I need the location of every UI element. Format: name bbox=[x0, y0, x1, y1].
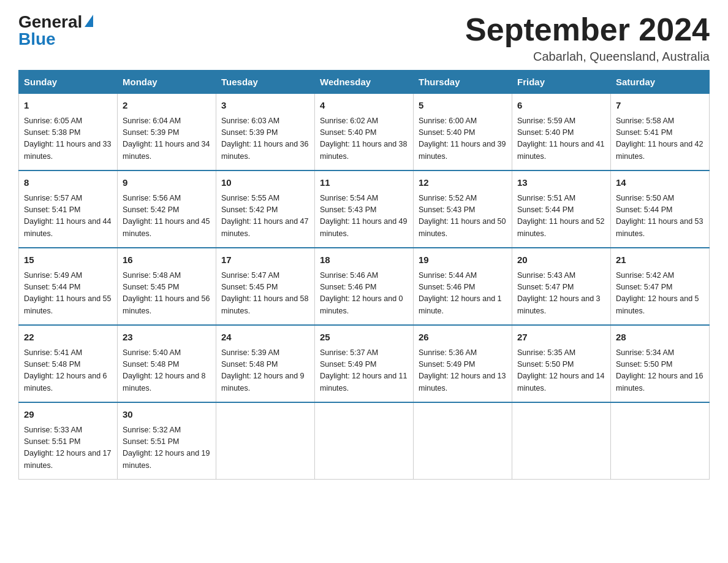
calendar-week-row: 29Sunrise: 5:33 AMSunset: 5:51 PMDayligh… bbox=[19, 402, 710, 480]
calendar-cell: 27Sunrise: 5:35 AMSunset: 5:50 PMDayligh… bbox=[512, 325, 611, 402]
calendar-cell: 17Sunrise: 5:47 AMSunset: 5:45 PMDayligh… bbox=[216, 248, 315, 325]
calendar-cell: 30Sunrise: 5:32 AMSunset: 5:51 PMDayligh… bbox=[118, 402, 216, 480]
day-info: Sunrise: 5:57 AMSunset: 5:41 PMDaylight:… bbox=[24, 193, 112, 240]
logo-blue-text: Blue bbox=[18, 29, 56, 49]
day-info: Sunrise: 5:52 AMSunset: 5:43 PMDaylight:… bbox=[419, 193, 507, 240]
weekday-header-tuesday: Tuesday bbox=[216, 71, 315, 94]
day-info: Sunrise: 5:47 AMSunset: 5:45 PMDaylight:… bbox=[221, 270, 309, 318]
day-number: 29 bbox=[24, 408, 112, 422]
calendar-cell: 26Sunrise: 5:36 AMSunset: 5:49 PMDayligh… bbox=[414, 325, 512, 402]
day-number: 25 bbox=[320, 331, 408, 345]
calendar-cell: 13Sunrise: 5:51 AMSunset: 5:44 PMDayligh… bbox=[512, 170, 611, 248]
calendar-cell bbox=[512, 402, 611, 480]
calendar-cell: 12Sunrise: 5:52 AMSunset: 5:43 PMDayligh… bbox=[414, 170, 512, 248]
day-number: 19 bbox=[419, 253, 507, 267]
day-number: 13 bbox=[517, 176, 605, 190]
day-number: 14 bbox=[616, 176, 704, 190]
day-number: 20 bbox=[517, 253, 605, 267]
day-info: Sunrise: 5:40 AMSunset: 5:48 PMDaylight:… bbox=[123, 347, 211, 395]
calendar-cell: 16Sunrise: 5:48 AMSunset: 5:45 PMDayligh… bbox=[118, 248, 216, 325]
day-number: 12 bbox=[419, 176, 507, 190]
calendar-cell: 20Sunrise: 5:43 AMSunset: 5:47 PMDayligh… bbox=[512, 248, 611, 325]
calendar-cell: 25Sunrise: 5:37 AMSunset: 5:49 PMDayligh… bbox=[315, 325, 414, 402]
calendar-cell: 3Sunrise: 6:03 AMSunset: 5:39 PMDaylight… bbox=[216, 94, 315, 171]
day-info: Sunrise: 5:43 AMSunset: 5:47 PMDaylight:… bbox=[517, 270, 605, 318]
logo: General Blue bbox=[18, 12, 93, 49]
day-number: 23 bbox=[123, 331, 211, 345]
day-info: Sunrise: 5:35 AMSunset: 5:50 PMDaylight:… bbox=[517, 347, 605, 395]
location-text: Cabarlah, Queensland, Australia bbox=[465, 50, 710, 64]
calendar-cell: 11Sunrise: 5:54 AMSunset: 5:43 PMDayligh… bbox=[315, 170, 414, 248]
weekday-header-sunday: Sunday bbox=[19, 71, 118, 94]
day-info: Sunrise: 5:54 AMSunset: 5:43 PMDaylight:… bbox=[320, 193, 408, 240]
calendar-cell: 7Sunrise: 5:58 AMSunset: 5:41 PMDaylight… bbox=[611, 94, 710, 171]
day-number: 28 bbox=[616, 331, 704, 345]
calendar-week-row: 8Sunrise: 5:57 AMSunset: 5:41 PMDaylight… bbox=[19, 170, 710, 248]
calendar-cell: 8Sunrise: 5:57 AMSunset: 5:41 PMDaylight… bbox=[19, 170, 118, 248]
calendar-cell bbox=[216, 402, 315, 480]
day-number: 4 bbox=[320, 99, 408, 113]
page-header: General Blue September 2024 Cabarlah, Qu… bbox=[18, 12, 710, 64]
day-number: 5 bbox=[419, 99, 507, 113]
calendar-cell: 19Sunrise: 5:44 AMSunset: 5:46 PMDayligh… bbox=[414, 248, 512, 325]
calendar-cell: 28Sunrise: 5:34 AMSunset: 5:50 PMDayligh… bbox=[611, 325, 710, 402]
calendar-cell: 5Sunrise: 6:00 AMSunset: 5:40 PMDaylight… bbox=[414, 94, 512, 171]
weekday-header-saturday: Saturday bbox=[611, 71, 710, 94]
calendar-cell: 18Sunrise: 5:46 AMSunset: 5:46 PMDayligh… bbox=[315, 248, 414, 325]
day-number: 24 bbox=[221, 331, 309, 345]
weekday-header-thursday: Thursday bbox=[414, 71, 512, 94]
day-info: Sunrise: 5:34 AMSunset: 5:50 PMDaylight:… bbox=[616, 347, 704, 395]
calendar-cell: 22Sunrise: 5:41 AMSunset: 5:48 PMDayligh… bbox=[19, 325, 118, 402]
calendar-week-row: 1Sunrise: 6:05 AMSunset: 5:38 PMDaylight… bbox=[19, 94, 710, 171]
day-number: 8 bbox=[24, 176, 112, 190]
weekday-header-wednesday: Wednesday bbox=[315, 71, 414, 94]
day-info: Sunrise: 5:58 AMSunset: 5:41 PMDaylight:… bbox=[616, 115, 704, 163]
day-info: Sunrise: 5:42 AMSunset: 5:47 PMDaylight:… bbox=[616, 270, 704, 318]
calendar-cell: 29Sunrise: 5:33 AMSunset: 5:51 PMDayligh… bbox=[19, 402, 118, 480]
day-info: Sunrise: 5:44 AMSunset: 5:46 PMDaylight:… bbox=[419, 270, 507, 318]
day-number: 16 bbox=[123, 253, 211, 267]
calendar-cell: 15Sunrise: 5:49 AMSunset: 5:44 PMDayligh… bbox=[19, 248, 118, 325]
day-info: Sunrise: 6:00 AMSunset: 5:40 PMDaylight:… bbox=[419, 115, 507, 163]
day-info: Sunrise: 5:59 AMSunset: 5:40 PMDaylight:… bbox=[517, 115, 605, 163]
day-info: Sunrise: 5:46 AMSunset: 5:46 PMDaylight:… bbox=[320, 270, 408, 318]
calendar-cell: 2Sunrise: 6:04 AMSunset: 5:39 PMDaylight… bbox=[118, 94, 216, 171]
day-info: Sunrise: 6:02 AMSunset: 5:40 PMDaylight:… bbox=[320, 115, 408, 163]
calendar-cell bbox=[611, 402, 710, 480]
day-info: Sunrise: 6:04 AMSunset: 5:39 PMDaylight:… bbox=[123, 115, 211, 163]
day-number: 15 bbox=[24, 253, 112, 267]
calendar-cell: 14Sunrise: 5:50 AMSunset: 5:44 PMDayligh… bbox=[611, 170, 710, 248]
day-number: 2 bbox=[123, 99, 211, 113]
calendar-week-row: 15Sunrise: 5:49 AMSunset: 5:44 PMDayligh… bbox=[19, 248, 710, 325]
day-info: Sunrise: 5:41 AMSunset: 5:48 PMDaylight:… bbox=[24, 347, 112, 395]
day-number: 22 bbox=[24, 331, 112, 345]
day-info: Sunrise: 5:55 AMSunset: 5:42 PMDaylight:… bbox=[221, 193, 309, 240]
calendar-cell: 9Sunrise: 5:56 AMSunset: 5:42 PMDaylight… bbox=[118, 170, 216, 248]
calendar-cell: 21Sunrise: 5:42 AMSunset: 5:47 PMDayligh… bbox=[611, 248, 710, 325]
day-info: Sunrise: 6:05 AMSunset: 5:38 PMDaylight:… bbox=[24, 115, 112, 163]
calendar-cell: 4Sunrise: 6:02 AMSunset: 5:40 PMDaylight… bbox=[315, 94, 414, 171]
day-number: 27 bbox=[517, 331, 605, 345]
calendar-cell: 6Sunrise: 5:59 AMSunset: 5:40 PMDaylight… bbox=[512, 94, 611, 171]
day-info: Sunrise: 5:56 AMSunset: 5:42 PMDaylight:… bbox=[123, 193, 211, 240]
day-info: Sunrise: 5:39 AMSunset: 5:48 PMDaylight:… bbox=[221, 347, 309, 395]
calendar-cell: 23Sunrise: 5:40 AMSunset: 5:48 PMDayligh… bbox=[118, 325, 216, 402]
day-number: 10 bbox=[221, 176, 309, 190]
day-number: 17 bbox=[221, 253, 309, 267]
day-info: Sunrise: 5:48 AMSunset: 5:45 PMDaylight:… bbox=[123, 270, 211, 318]
day-number: 9 bbox=[123, 176, 211, 190]
day-number: 11 bbox=[320, 176, 408, 190]
day-number: 26 bbox=[419, 331, 507, 345]
weekday-header-row: SundayMondayTuesdayWednesdayThursdayFrid… bbox=[19, 71, 710, 94]
day-number: 18 bbox=[320, 253, 408, 267]
day-number: 6 bbox=[517, 99, 605, 113]
day-info: Sunrise: 5:50 AMSunset: 5:44 PMDaylight:… bbox=[616, 193, 704, 240]
calendar-table: SundayMondayTuesdayWednesdayThursdayFrid… bbox=[18, 70, 710, 480]
day-number: 30 bbox=[123, 408, 211, 422]
day-info: Sunrise: 5:49 AMSunset: 5:44 PMDaylight:… bbox=[24, 270, 112, 318]
calendar-cell: 10Sunrise: 5:55 AMSunset: 5:42 PMDayligh… bbox=[216, 170, 315, 248]
weekday-header-monday: Monday bbox=[118, 71, 216, 94]
weekday-header-friday: Friday bbox=[512, 71, 611, 94]
day-info: Sunrise: 5:36 AMSunset: 5:49 PMDaylight:… bbox=[419, 347, 507, 395]
day-number: 3 bbox=[221, 99, 309, 113]
